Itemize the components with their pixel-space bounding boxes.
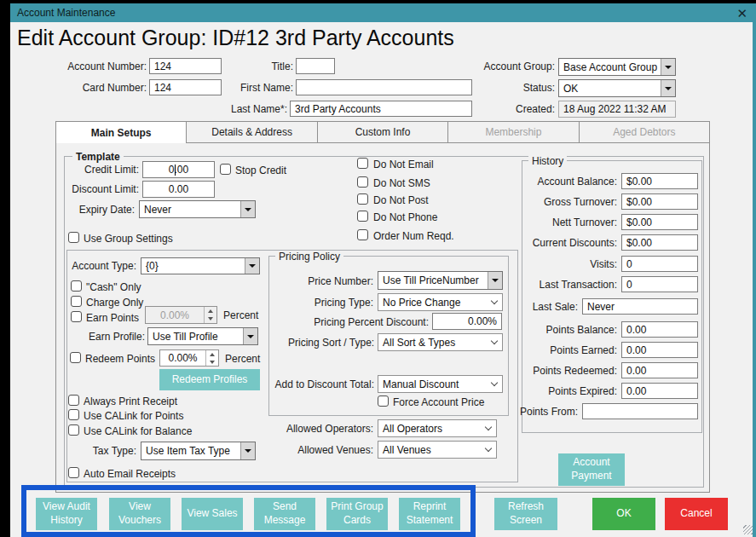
- force-account-price-checkbox[interactable]: [378, 396, 389, 407]
- title-input[interactable]: [296, 58, 335, 74]
- add-to-discount-total-combo[interactable]: Manual Discount: [378, 375, 503, 393]
- order-num-reqd-checkbox[interactable]: [357, 229, 368, 240]
- chevron-down-icon[interactable]: [480, 420, 496, 436]
- reprint-statement-button[interactable]: Reprint Statement: [399, 498, 460, 530]
- credit-limit-label: Credit Limit:: [54, 164, 139, 176]
- created-value: 18 Aug 2022 11:32 AM: [558, 101, 676, 118]
- allowed-venues-value: All Venues: [378, 442, 480, 458]
- history-row-value[interactable]: $0.00: [621, 193, 698, 210]
- force-account-price-label: Force Account Price: [393, 396, 484, 408]
- use-group-settings-checkbox[interactable]: [68, 232, 79, 243]
- use-calink-balance-checkbox[interactable]: [68, 424, 79, 436]
- close-icon[interactable]: ✕: [736, 7, 747, 20]
- earn-points-spinner[interactable]: 0.00%: [145, 306, 217, 324]
- resize-grip[interactable]: [743, 525, 753, 534]
- use-calink-points-label: Use CALink for Points: [84, 410, 183, 422]
- earn-points-percent-label: Percent: [223, 309, 258, 321]
- chevron-down-icon[interactable]: [486, 334, 502, 350]
- discount-limit-input[interactable]: 0.00: [142, 181, 215, 198]
- spinner-up-icon[interactable]: [205, 307, 216, 315]
- do-not-sms-checkbox[interactable]: [357, 176, 368, 188]
- earn-points-checkbox[interactable]: [71, 311, 82, 322]
- stop-credit-label: Stop Credit: [235, 165, 286, 176]
- history-row-value[interactable]: $0.00: [621, 173, 698, 189]
- cancel-button[interactable]: Cancel: [665, 498, 728, 530]
- status-value: OK: [559, 80, 661, 96]
- tab-details-address[interactable]: Details & Address: [187, 121, 317, 143]
- history-row-value[interactable]: 0: [621, 276, 698, 292]
- pricing-sort-type-combo[interactable]: All Sort & Types: [378, 333, 503, 351]
- expiry-date-dropdown[interactable]: Never: [139, 200, 256, 218]
- cash-only-checkbox[interactable]: [71, 280, 82, 292]
- charge-only-checkbox[interactable]: [71, 296, 82, 307]
- spinner-down-icon[interactable]: [206, 358, 218, 366]
- auto-email-receipts-checkbox[interactable]: [68, 467, 79, 478]
- dropdown-arrow-icon[interactable]: [661, 59, 675, 75]
- history-row-value[interactable]: 0: [621, 256, 698, 272]
- tab-aged-debtors[interactable]: Aged Debtors: [580, 121, 710, 143]
- pricing-percent-discount-input[interactable]: 0.00%: [432, 313, 502, 330]
- ok-button[interactable]: OK: [592, 498, 655, 530]
- redeem-points-percent-label: Percent: [225, 353, 260, 365]
- print-group-cards-button[interactable]: Print Group Cards: [326, 498, 388, 530]
- view-audit-history-button[interactable]: View Audit History: [36, 498, 97, 530]
- do-not-email-checkbox[interactable]: [357, 158, 368, 169]
- stop-credit-checkbox[interactable]: [220, 164, 231, 175]
- history-row-value[interactable]: 0.00: [621, 342, 698, 358]
- history-row-label: Points Redeemed:: [511, 365, 617, 377]
- last-name-input[interactable]: 3rd Party Accounts: [290, 101, 472, 117]
- spinner-up-icon[interactable]: [206, 350, 218, 358]
- title-label: Title:: [208, 61, 293, 72]
- allowed-venues-combo[interactable]: All Venues: [378, 441, 497, 459]
- dropdown-arrow-icon[interactable]: [488, 272, 502, 289]
- always-print-receipt-checkbox[interactable]: [68, 395, 79, 406]
- redeem-points-label: Redeem Points: [85, 353, 155, 365]
- use-calink-points-checkbox[interactable]: [68, 409, 79, 420]
- history-row-value[interactable]: Never: [582, 298, 698, 315]
- history-row-value[interactable]: 0.00: [621, 362, 698, 378]
- view-vouchers-button[interactable]: View Vouchers: [109, 498, 170, 530]
- dropdown-arrow-icon[interactable]: [240, 442, 255, 459]
- send-message-button[interactable]: Send Message: [254, 498, 315, 530]
- do-not-sms-label: Do Not SMS: [373, 177, 430, 189]
- tab-strip: Main Setups Details & Address Custom Inf…: [55, 121, 710, 143]
- allowed-operators-combo[interactable]: All Operators: [378, 419, 497, 437]
- dropdown-arrow-icon[interactable]: [240, 201, 255, 217]
- tab-main-setups[interactable]: Main Setups: [55, 121, 187, 143]
- redeem-points-checkbox[interactable]: [70, 352, 81, 363]
- do-not-post-checkbox[interactable]: [357, 193, 368, 205]
- history-row-value[interactable]: $0.00: [621, 234, 698, 251]
- history-row-label: Points Earned:: [511, 344, 617, 356]
- account-payment-button[interactable]: Account Payment: [558, 453, 625, 486]
- refresh-screen-button[interactable]: Refresh Screen: [494, 498, 557, 530]
- earn-profile-value: Use Till Profile: [148, 328, 243, 344]
- account-type-dropdown[interactable]: {0}: [141, 257, 260, 274]
- dropdown-arrow-icon[interactable]: [661, 80, 675, 96]
- spinner-down-icon[interactable]: [205, 315, 216, 324]
- history-row-label: Gross Turnover:: [511, 196, 617, 208]
- history-row-value[interactable]: [582, 403, 698, 419]
- add-to-discount-total-label: Add to Discount Total:: [274, 378, 374, 390]
- view-sales-button[interactable]: View Sales: [182, 498, 243, 530]
- cash-only-label: "Cash" Only: [86, 281, 141, 293]
- chevron-down-icon[interactable]: [480, 442, 496, 458]
- dropdown-arrow-icon[interactable]: [245, 258, 259, 274]
- redeem-profiles-button[interactable]: Redeem Profiles: [159, 369, 260, 390]
- do-not-phone-checkbox[interactable]: [357, 211, 368, 222]
- account-group-dropdown[interactable]: Base Account Group: [558, 58, 676, 76]
- status-dropdown[interactable]: OK: [558, 79, 676, 97]
- tab-custom-info[interactable]: Custom Info: [318, 121, 448, 143]
- history-row-value[interactable]: $0.00: [621, 214, 698, 230]
- tax-type-dropdown[interactable]: Use Item Tax Type: [141, 442, 256, 460]
- first-name-input[interactable]: [296, 79, 472, 95]
- dropdown-arrow-icon[interactable]: [243, 328, 257, 344]
- price-number-dropdown[interactable]: Use Till PriceNumber: [378, 271, 503, 290]
- chevron-down-icon[interactable]: [486, 376, 502, 392]
- earn-profile-dropdown[interactable]: Use Till Profile: [147, 327, 258, 345]
- add-to-discount-total-value: Manual Discount: [378, 376, 486, 392]
- credit-limit-input[interactable]: 0.00: [142, 161, 215, 178]
- history-row-value[interactable]: 0.00: [621, 321, 698, 338]
- redeem-points-spinner[interactable]: 0.00%: [159, 349, 219, 367]
- tab-membership[interactable]: Membership: [448, 121, 579, 143]
- history-row-value[interactable]: 0.00: [621, 383, 698, 399]
